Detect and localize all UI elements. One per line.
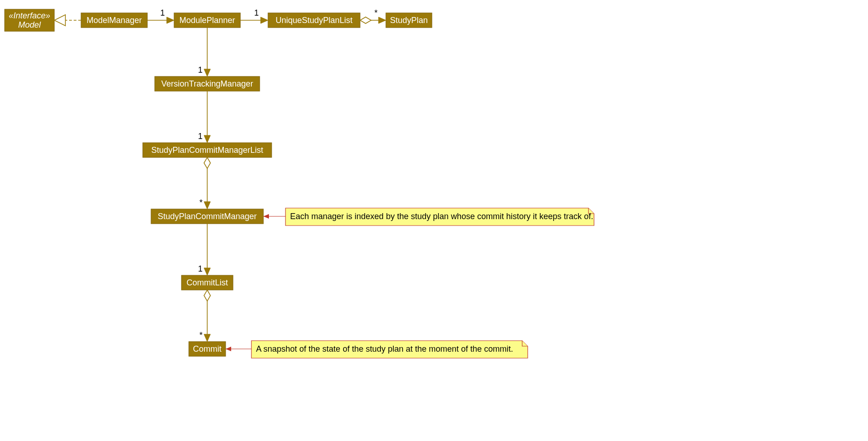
note-spcm: Each manager is indexed by the study pla… [263,208,594,226]
svg-marker-22 [204,135,210,143]
class-version-tracking-manager: VersionTrackingManager [155,76,260,91]
svg-marker-20 [204,69,210,76]
svg-marker-18 [379,17,386,23]
svg-marker-30 [204,334,210,342]
class-unique-study-plan-list-name: UniqueStudyPlanList [275,16,352,25]
class-commit: Commit [189,342,226,356]
class-model-stereotype: «Interface» [9,11,50,20]
class-study-plan-commit-manager-list-name: StudyPlanCommitManagerList [151,145,263,155]
class-study-plan-commit-manager: StudyPlanCommitManager [151,209,263,224]
svg-marker-28 [204,290,210,301]
svg-marker-15 [261,17,268,23]
conn-uniquestudyplanlist-agg-studyplan: * [360,8,386,23]
note-commit-text: A snapshot of the state of the study pla… [256,344,513,354]
class-model-manager: ModelManager [81,13,147,28]
svg-marker-11 [54,15,65,26]
class-commit-list: CommitList [181,275,233,290]
svg-marker-23 [204,157,210,168]
class-unique-study-plan-list: UniqueStudyPlanList [268,13,360,28]
conn-spcm-to-commitlist: 1 [198,224,210,275]
svg-marker-16 [360,17,371,23]
class-model-name: Model [18,20,41,29]
mult-spcm-cl: 1 [198,264,203,273]
conn-modelmanager-implements-model [54,15,81,26]
class-model-interface: «Interface» Model [5,9,54,31]
svg-marker-25 [204,202,210,209]
svg-marker-34 [226,347,231,351]
mult-spcml-spcm: * [199,198,203,207]
class-study-plan-commit-manager-list: StudyPlanCommitManagerList [143,143,272,157]
note-commit: A snapshot of the state of the study pla… [226,341,528,358]
conn-moduleplanner-to-uniquestudyplanlist: 1 [240,8,268,23]
svg-marker-13 [167,17,174,23]
mult-vtm-spcml: 1 [198,132,203,141]
class-module-planner-name: ModulePlanner [179,16,235,25]
uml-class-diagram: «Interface» Model ModelManager ModulePla… [0,0,868,441]
conn-commitlist-agg-commit: * [199,290,210,342]
conn-moduleplanner-to-versiontrackingmanager: 1 [198,28,210,76]
mult-mp-uspl: 1 [254,8,259,17]
svg-marker-32 [263,214,269,219]
conn-modelmanager-to-moduleplanner: 1 [147,8,174,23]
class-commit-name: Commit [193,344,221,354]
mult-mm-mp: 1 [160,8,165,17]
mult-cl-c: * [199,331,203,340]
mult-uspl-sp: * [374,8,378,17]
conn-spcml-agg-spcm: * [199,157,210,209]
conn-vtm-to-spcml: 1 [198,91,210,143]
class-study-plan-commit-manager-name: StudyPlanCommitManager [157,212,256,221]
mult-mp-vtm: 1 [198,65,203,75]
class-module-planner: ModulePlanner [174,13,240,28]
svg-marker-27 [204,268,210,275]
note-spcm-text: Each manager is indexed by the study pla… [290,212,593,221]
class-version-tracking-manager-name: VersionTrackingManager [161,79,253,88]
class-study-plan-name: StudyPlan [390,16,428,25]
class-study-plan: StudyPlan [386,13,432,28]
class-model-manager-name: ModelManager [87,16,142,25]
class-commit-list-name: CommitList [186,278,228,287]
